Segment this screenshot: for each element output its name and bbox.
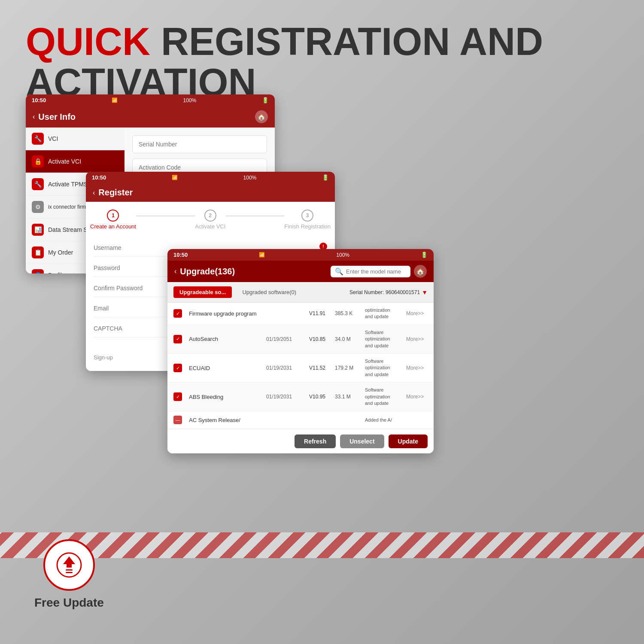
- row4-date: 01/19/2031: [266, 394, 309, 400]
- step-line-1: [136, 216, 195, 216]
- table-row: ✓ ECUAID 01/19/2031 V11.52 179.2 M Softw…: [167, 354, 434, 383]
- table-row: ✓ ABS Bleeding 01/19/2031 V10.95 33.1 M …: [167, 383, 434, 411]
- row1-desc: optimizationand update: [365, 307, 406, 320]
- screen3-battery: 100%: [336, 252, 349, 258]
- tab-upgradeable[interactable]: Upgradeable so...: [173, 286, 232, 298]
- my-order-icon: 📋: [32, 246, 44, 258]
- table-row: ✓ AutoSearch 01/19/2051 V10.85 34.0 M So…: [167, 325, 434, 354]
- screen3-time: 10:50: [173, 252, 188, 258]
- step1-label: Create an Account: [90, 223, 136, 230]
- sidebar-label-my-order: My Order: [48, 249, 73, 256]
- screen3-home-button[interactable]: 🏠: [414, 265, 427, 278]
- row2-size: 34.0 M: [335, 336, 365, 342]
- row3-size: 179.2 M: [335, 365, 365, 371]
- screen3-upgrade: 10:50 📶 100% 🔋 ‹ Upgrade(136) 🔍 🏠 Upgrad…: [167, 249, 434, 453]
- sidebar-label-vci: VCI: [48, 135, 58, 142]
- table-row: — AC System Release/ Added the A/: [167, 411, 434, 429]
- step-line-2: [225, 216, 284, 216]
- upgrade-footer: Refresh Unselect Update: [167, 429, 434, 453]
- title-registration: REGISTRATION AND: [150, 20, 543, 63]
- screen2-time: 10:50: [92, 174, 106, 181]
- serial-number: 960640001571: [386, 289, 420, 295]
- step2-activate-vci: 2 Activate VCI: [195, 210, 226, 230]
- free-update-section: Free Update: [34, 539, 104, 610]
- screen1-title: User Info: [38, 112, 76, 122]
- model-search-box[interactable]: 🔍: [331, 266, 410, 277]
- model-search-input[interactable]: [346, 268, 406, 275]
- serial-label: Serial Number:: [349, 289, 384, 295]
- step3-label: Finish Registration: [284, 223, 331, 230]
- row4-checkbox[interactable]: ✓: [173, 392, 182, 401]
- step2-label: Activate VCI: [195, 223, 226, 230]
- row1-more[interactable]: More>>: [406, 310, 428, 316]
- serial-number-input[interactable]: [132, 135, 267, 153]
- screen3-back-button[interactable]: ‹: [174, 267, 176, 275]
- filter-icon[interactable]: ▼: [422, 289, 428, 296]
- screen2-wifi: 📶: [172, 175, 178, 180]
- screen1-header: ‹ User Info 🏠: [26, 106, 275, 128]
- row3-date: 01/19/2031: [266, 365, 309, 371]
- free-update-label: Free Update: [34, 596, 104, 610]
- screen2-title: Register: [98, 188, 133, 197]
- screen1-battery-icon: 🔋: [262, 97, 269, 103]
- activate-vci-icon: 🔒: [32, 155, 44, 167]
- upload-icon: [56, 552, 82, 578]
- row2-desc: Softwareoptimizationand update: [365, 329, 406, 349]
- serial-info: Serial Number: 960640001571 ▼: [349, 289, 428, 296]
- header-section: QUICK REGISTRATION AND ACTIVATION: [26, 21, 543, 103]
- sidebar-item-activate-vci[interactable]: 🔒 Activate VCI: [26, 150, 125, 173]
- unselect-button[interactable]: Unselect: [340, 434, 384, 448]
- refresh-button[interactable]: Refresh: [295, 434, 336, 448]
- screen2-header: ‹ Register: [86, 183, 335, 202]
- row1-size: 385.3 K: [335, 310, 365, 316]
- vci-icon: 🔧: [32, 133, 44, 145]
- tab-upgraded[interactable]: Upgraded software(0): [236, 286, 302, 298]
- tpms-icon: 🔧: [32, 178, 44, 190]
- screen1-statusbar: 10:50 📶 100% 🔋: [26, 94, 275, 106]
- row1-name: Firmware upgrade program: [189, 310, 266, 317]
- row3-more[interactable]: More>>: [406, 365, 428, 371]
- row5-checkbox[interactable]: —: [173, 416, 182, 424]
- row4-name: ABS Bleeding: [189, 394, 266, 400]
- row1-version: V11.91: [309, 310, 335, 316]
- sign-up-text: Sign-up: [94, 354, 113, 361]
- step1-create-account: 1 Create an Account: [90, 210, 136, 230]
- row2-checkbox[interactable]: ✓: [173, 335, 182, 343]
- row2-more[interactable]: More>>: [406, 336, 428, 342]
- row4-size: 33.1 M: [335, 394, 365, 400]
- row3-desc: Softwareoptimizationand update: [365, 358, 406, 378]
- upgrade-tabs: Upgradeable so... Upgraded software(0) S…: [167, 282, 434, 303]
- screen2-back-button[interactable]: ‹: [93, 189, 95, 197]
- row3-name: ECUAID: [189, 365, 266, 371]
- row5-desc: Added the A/: [365, 417, 406, 423]
- row4-desc: Softwareoptimizationand update: [365, 387, 406, 407]
- screen1-back-button[interactable]: ‹: [33, 113, 35, 121]
- row3-checkbox[interactable]: ✓: [173, 364, 182, 372]
- step3-circle: 3: [301, 210, 313, 222]
- screen3-battery-icon: 🔋: [421, 252, 428, 258]
- screen2-statusbar: 10:50 📶 100% 🔋: [86, 172, 335, 183]
- svg-rect-2: [66, 569, 73, 571]
- profile-icon: 👤: [32, 269, 44, 273]
- screen1-wifi: 📶: [112, 97, 118, 103]
- screen3-title: Upgrade(136): [180, 267, 235, 276]
- screen2-battery-icon: 🔋: [322, 174, 329, 181]
- sidebar-label-profile: Profile: [48, 272, 65, 273]
- screen1-battery: 100%: [183, 97, 197, 103]
- step1-circle: 1: [107, 210, 119, 222]
- screen2-battery: 100%: [243, 175, 257, 181]
- sidebar-item-vci[interactable]: 🔧 VCI: [26, 128, 125, 150]
- row2-version: V10.85: [309, 336, 335, 342]
- screen1-home-button[interactable]: 🏠: [255, 110, 268, 123]
- step2-circle: 2: [204, 210, 216, 222]
- row2-name: AutoSearch: [189, 336, 266, 342]
- free-update-icon: [43, 539, 95, 591]
- row1-checkbox[interactable]: ✓: [173, 309, 182, 318]
- step3-finish: 3 Finish Registration: [284, 210, 331, 230]
- row4-more[interactable]: More>>: [406, 394, 428, 400]
- register-steps: 1 Create an Account 2 Activate VCI 3 Fin…: [86, 202, 335, 234]
- title-quick: QUICK: [26, 20, 150, 63]
- screen3-header: ‹ Upgrade(136) 🔍 🏠: [167, 261, 434, 282]
- main-title: QUICK REGISTRATION AND ACTIVATION: [26, 21, 543, 103]
- update-button[interactable]: Update: [389, 434, 428, 448]
